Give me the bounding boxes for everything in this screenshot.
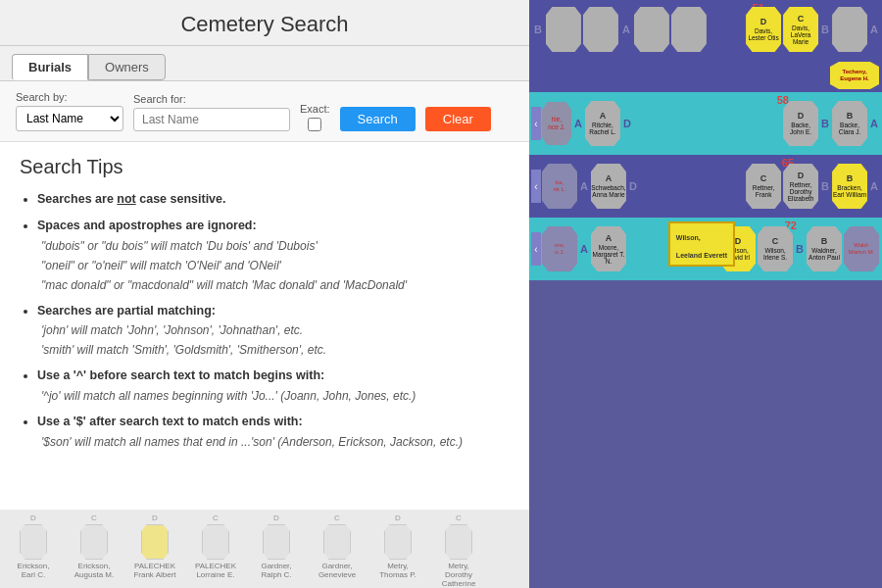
strip-cell-1: D Erickson,Earl C. xyxy=(4,514,63,588)
name-bracken-earlwilliam: Bracken,Earl William xyxy=(833,184,866,198)
coffin-wilson-c[interactable]: C Wilson,Irlene S. xyxy=(758,226,793,271)
coffin-ghost-1[interactable]: hie,nce J. xyxy=(542,102,571,145)
right-panel: B A 51 D Davis,Lester Otis C Davis,LaVer… xyxy=(529,0,882,588)
coffin-davis-d[interactable]: D Davis,Lester Otis xyxy=(746,7,781,52)
strip-coffin-2 xyxy=(80,524,108,560)
search-for-group: Search for: xyxy=(133,93,290,131)
tip-main-5: Use a '$' after search text to match end… xyxy=(37,415,303,428)
wilson-highlight-box[interactable]: Wilson,Leeland Everett xyxy=(668,221,735,267)
coffin-ghost-wald[interactable]: Wald-Marion M. xyxy=(844,226,879,271)
search-button[interactable]: Search xyxy=(340,107,416,131)
strip-cell-2: C Erickson,Augusta M. xyxy=(65,514,123,588)
coffin-letter-c1: C xyxy=(798,14,805,24)
coffin-empty-4[interactable] xyxy=(671,7,707,52)
coffin-name-davis-lavera: Davis,LaVera Marie xyxy=(783,24,818,45)
map-label-a-2: A xyxy=(868,24,880,35)
nav-arrow-left-3[interactable]: ‹ xyxy=(531,232,541,266)
tips-title: Search Tips xyxy=(20,156,510,178)
strip-cell-3: D PALECHEKFrank Albert xyxy=(125,514,184,588)
strip-cell-6: C Gardner,Genevieve xyxy=(308,514,367,588)
name-rettner-frank: Rettner,Frank xyxy=(753,184,775,198)
strip-label-7: Metry,Thomas P. xyxy=(379,562,416,579)
letter-wilson-c: C xyxy=(772,236,779,247)
name-ritchie-rachel: Ritchie,Rachel L. xyxy=(589,122,615,135)
map-label-a-4: A xyxy=(868,118,880,129)
coffin-letter-d: D xyxy=(760,17,767,27)
tip-item-5: Use a '$' after search text to match end… xyxy=(37,413,510,451)
search-by-select[interactable]: Last Name First Name Full Name xyxy=(16,106,123,131)
tip-sub-2a: "dubois" or "du bois" will match 'Du boi… xyxy=(37,237,510,255)
name-backe-johne: Backe,John E. xyxy=(790,122,811,135)
strip-label-2: Erickson,Augusta M. xyxy=(74,562,114,579)
exact-checkbox[interactable] xyxy=(308,118,321,131)
search-for-label: Search for: xyxy=(133,93,290,105)
tip-sub-3a: 'john' will match 'John', 'Johnson', 'Jo… xyxy=(37,321,510,339)
search-by-label: Search by: xyxy=(16,91,123,103)
tabs-row: Burials Owners xyxy=(0,46,529,81)
name-waldner-antonpaul: Waldner,Anton Paul xyxy=(808,247,840,261)
ghost-label-3: ore,o J. xyxy=(555,242,564,256)
map-label-b-5: B xyxy=(794,243,806,255)
tip-item-2: Spaces and apostrophes are ignored: "dub… xyxy=(37,217,510,294)
map-label-d-2: D xyxy=(627,180,639,192)
name-wilson-irlene: Wilson,Irlene S. xyxy=(763,247,787,261)
ghost-label-2: ka,nk L. xyxy=(553,179,565,193)
coffin-backe-d[interactable]: D Backe,John E. xyxy=(783,101,818,146)
strip-label-5: Gardner,Ralph C. xyxy=(261,562,291,579)
strip-coffin-1 xyxy=(20,524,47,560)
coffin-empty-3[interactable] xyxy=(634,7,669,52)
tip-item-1: Searches are not case sensitive. xyxy=(37,190,510,209)
nav-arrow-left-1[interactable]: ‹ xyxy=(531,107,541,140)
ghost-label-wald: Wald-Marion M. xyxy=(849,242,875,256)
nav-arrow-left-2[interactable]: ‹ xyxy=(531,170,541,203)
strip-cell-8: C Metry,Dorothy Catherine xyxy=(429,514,488,588)
left-panel: Cemetery Search Burials Owners Search by… xyxy=(0,0,529,588)
coffin-empty-1[interactable] xyxy=(546,7,581,52)
tip-sub-5a: '$son' will match all names that end in … xyxy=(37,433,510,451)
coffin-bracken-b[interactable]: B Bracken,Earl William xyxy=(832,164,867,209)
tip-main-2: Spaces and apostrophes are ignored: xyxy=(37,219,257,232)
strip-cell-5: D Gardner,Ralph C. xyxy=(247,514,306,588)
coffin-schwebach[interactable]: A Schwebach,Anna Marie xyxy=(591,164,626,209)
strip-label-6: Gardner,Genevieve xyxy=(318,562,356,579)
tab-owners[interactable]: Owners xyxy=(88,54,166,80)
tab-burials[interactable]: Burials xyxy=(12,54,88,80)
coffin-empty-5[interactable] xyxy=(832,7,867,52)
coffin-ghost-3[interactable]: ore,o J. xyxy=(542,226,577,271)
tip-item-4: Use a '^' before search text to match be… xyxy=(37,367,510,405)
strip-coffin-5 xyxy=(263,524,290,560)
tips-section: Search Tips Searches are not case sensit… xyxy=(0,142,529,510)
map-label-a-6: A xyxy=(868,180,880,192)
coffin-name-techeny: Techeny,Eugene H. xyxy=(840,69,868,82)
map-label-b-1: B xyxy=(819,24,831,35)
letter-a-ritchie: A xyxy=(600,111,607,122)
tip-main-3: Searches are partial matching: xyxy=(37,304,216,318)
search-row: Search by: Last Name First Name Full Nam… xyxy=(0,81,529,142)
coffin-ritchie-a[interactable]: A Ritchie,Rachel L. xyxy=(585,101,620,146)
strip-label-4: PALECHEKLorraine E. xyxy=(195,562,236,579)
name-schwebach-annamarie: Schwebach,Anna Marie xyxy=(591,184,625,198)
panel-title: Cemetery Search xyxy=(0,0,529,46)
map-label-b-4: B xyxy=(819,180,831,192)
coffin-backe-b[interactable]: B Backe,Clara J. xyxy=(832,101,867,146)
strip-coffin-4 xyxy=(202,524,229,560)
coffin-rettner-c[interactable]: C Rettner,Frank xyxy=(746,164,781,209)
coffin-empty-2[interactable] xyxy=(583,7,618,52)
letter-wilson-d: D xyxy=(735,236,742,247)
cemetery-map[interactable]: B A 51 D Davis,Lester Otis C Davis,LaVer… xyxy=(529,0,882,588)
strip-coffin-6 xyxy=(323,524,351,560)
ghost-label-1: hie,nce J. xyxy=(548,116,564,131)
coffin-ghost-2[interactable]: ka,nk L. xyxy=(542,164,577,209)
coffin-techeny[interactable]: Techeny,Eugene H. xyxy=(830,62,879,89)
coffin-waldner-b[interactable]: B Waldner,Anton Paul xyxy=(807,226,842,271)
letter-backe-b: B xyxy=(847,111,854,122)
coffin-moore-margaret[interactable]: A Moore,Margaret T. N. xyxy=(591,226,626,271)
coffin-davis-c[interactable]: C Davis,LaVera Marie xyxy=(783,7,818,52)
wilson-highlight-name: Wilson,Leeland Everett xyxy=(676,234,727,259)
map-label-a-7: A xyxy=(578,243,590,255)
coffin-rettner-d[interactable]: D Rettner,Dorothy Elizabeth xyxy=(783,164,818,209)
search-for-input[interactable] xyxy=(133,108,290,131)
name-moore-margaret: Moore,Margaret T. N. xyxy=(591,244,626,265)
clear-button[interactable]: Clear xyxy=(425,107,491,131)
tip-sub-2b: "oneil" or "o'neil" will match 'O'Neil' … xyxy=(37,257,510,274)
